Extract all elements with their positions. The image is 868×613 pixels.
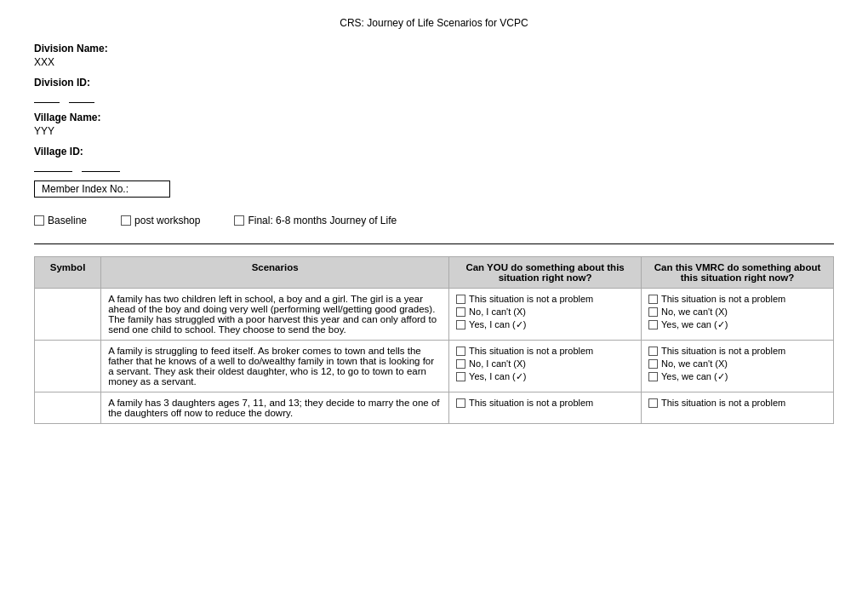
village-id-line1 [34,159,72,172]
table-row: A family is struggling to feed itself. A… [35,341,834,392]
option-label: No, I can't (X) [469,306,526,317]
option-checkbox[interactable] [456,347,465,356]
option-row: No, I can't (X) [456,306,634,317]
village-id-lines [34,159,834,172]
option-checkbox[interactable] [648,372,658,381]
page-title: CRS: Journey of Life Scenarios for VCPC [34,17,834,29]
option-checkbox[interactable] [456,320,465,329]
symbol-cell [35,392,101,424]
baseline-checkbox-item: Baseline [34,215,87,226]
member-index-label: Member Index No.: [42,183,128,195]
option-label: This situation is not a problem [661,346,785,356]
scenarios-table: Symbol Scenarios Can YOU do something ab… [34,256,834,424]
vmrc-options-cell: This situation is not a problemNo, we ca… [642,289,834,341]
final-label: Final: 6-8 months Journey of Life [248,215,397,226]
option-row: This situation is not a problem [648,346,826,356]
option-label: This situation is not a problem [661,294,785,304]
option-row: This situation is not a problem [648,398,826,408]
village-id-section: Village ID: [34,146,834,172]
header-can-vmrc: Can this VMRC do something about this si… [642,257,834,289]
you-options-cell: This situation is not a problem [449,392,642,424]
symbol-cell [35,289,101,341]
divider [34,243,834,244]
village-id-line2 [82,159,120,172]
scenario-cell: A family has two children left in school… [101,289,449,341]
option-checkbox[interactable] [456,359,465,369]
option-row: No, I can't (X) [456,358,634,369]
table-row: A family has 3 daughters ages 7, 11, and… [35,392,834,424]
symbol-cell [35,341,101,392]
option-checkbox[interactable] [456,307,465,317]
option-label: Yes, we can (✓) [661,371,728,382]
option-checkbox[interactable] [456,398,465,408]
option-checkbox[interactable] [648,398,658,408]
division-name-value: XXX [34,56,834,68]
header-symbol: Symbol [35,257,101,289]
village-name-value: YYY [34,125,834,137]
option-row: Yes, I can (✓) [456,371,634,382]
division-id-section: Division ID: [34,77,834,103]
option-checkbox[interactable] [456,372,465,381]
final-checkbox[interactable] [234,215,244,226]
option-row: This situation is not a problem [456,346,634,356]
division-name-label: Division Name: [34,43,834,54]
village-id-label: Village ID: [34,146,834,158]
division-id-line2 [69,90,94,103]
final-checkbox-item: Final: 6-8 months Journey of Life [234,215,397,226]
option-checkbox[interactable] [648,359,658,369]
option-row: Yes, we can (✓) [648,319,826,330]
village-name-section: Village Name: YYY [34,112,834,137]
post-workshop-checkbox[interactable] [121,215,131,226]
vmrc-options-cell: This situation is not a problemNo, we ca… [642,341,834,392]
option-row: This situation is not a problem [456,294,634,304]
table-row: A family has two children left in school… [35,289,834,341]
member-index-box[interactable]: Member Index No.: [34,180,170,198]
option-label: Yes, I can (✓) [469,371,526,382]
option-row: No, we can't (X) [648,306,826,317]
vmrc-options-cell: This situation is not a problem [642,392,834,424]
option-label: This situation is not a problem [469,294,593,304]
option-label: Yes, we can (✓) [661,319,728,330]
option-checkbox[interactable] [648,320,658,329]
option-label: No, we can't (X) [661,306,728,317]
option-row: Yes, I can (✓) [456,319,634,330]
baseline-checkbox[interactable] [34,215,44,226]
option-row: This situation is not a problem [648,294,826,304]
option-checkbox[interactable] [648,307,658,317]
option-label: This situation is not a problem [469,398,593,408]
option-label: No, we can't (X) [661,358,728,369]
option-label: Yes, I can (✓) [469,319,526,330]
option-checkbox[interactable] [648,347,658,356]
option-checkbox[interactable] [456,295,465,304]
scenario-cell: A family has 3 daughters ages 7, 11, and… [101,392,449,424]
option-row: Yes, we can (✓) [648,371,826,382]
you-options-cell: This situation is not a problemNo, I can… [449,289,642,341]
baseline-label: Baseline [48,215,87,226]
option-label: This situation is not a problem [661,398,785,408]
checkboxes-row: Baseline post workshop Final: 6-8 months… [34,215,834,226]
scenario-cell: A family is struggling to feed itself. A… [101,341,449,392]
option-row: This situation is not a problem [456,398,634,408]
post-workshop-checkbox-item: post workshop [121,215,200,226]
post-workshop-label: post workshop [134,215,200,226]
division-name-section: Division Name: XXX [34,43,834,68]
you-options-cell: This situation is not a problemNo, I can… [449,341,642,392]
option-label: No, I can't (X) [469,358,526,369]
division-id-lines [34,90,834,103]
option-checkbox[interactable] [648,295,658,304]
village-name-label: Village Name: [34,112,834,123]
header-can-you: Can YOU do something about this situatio… [449,257,642,289]
division-id-label: Division ID: [34,77,834,89]
header-scenarios: Scenarios [101,257,449,289]
division-id-line1 [34,90,60,103]
option-row: No, we can't (X) [648,358,826,369]
member-index-section: Member Index No.: [34,180,834,206]
table-header-row: Symbol Scenarios Can YOU do something ab… [35,257,834,289]
option-label: This situation is not a problem [469,346,593,356]
